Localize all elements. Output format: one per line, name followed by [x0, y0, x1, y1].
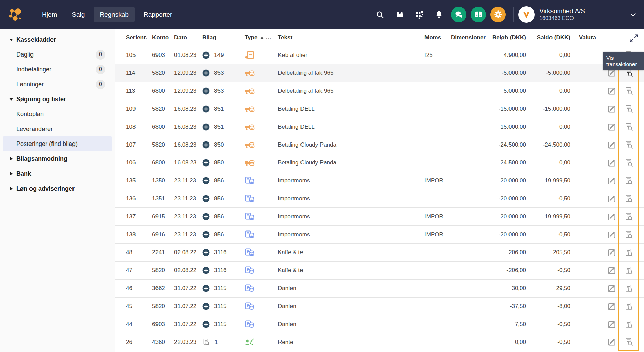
- table-row[interactable]: 44690331.07.223115Danløn7,50-0,50: [115, 315, 644, 333]
- chat-icon[interactable]: [451, 7, 466, 22]
- table-row[interactable]: 113680012.09.23853Delbetaling af fak 965…: [115, 82, 644, 100]
- voucher-search-icon[interactable]: [202, 338, 210, 346]
- edit-icon[interactable]: [607, 176, 616, 185]
- plus-circle-icon[interactable]: [202, 231, 210, 238]
- plus-circle-icon[interactable]: [202, 177, 210, 184]
- table-row[interactable]: 48224102.08.223116Kaffe & te206,00205,50: [115, 243, 644, 261]
- plus-circle-icon[interactable]: [202, 321, 210, 328]
- table-row[interactable]: 136135123.11.23856Importmoms-20.000,00-0…: [115, 190, 644, 207]
- settings-gear-icon[interactable]: [490, 7, 506, 22]
- table-row[interactable]: 26436022.03.231Rente0,00-0,50: [115, 333, 644, 351]
- chevron-collapsed-icon[interactable]: [9, 157, 16, 160]
- nav-item-salg[interactable]: Salg: [66, 7, 91, 22]
- view-transactions-icon[interactable]: [624, 302, 633, 311]
- table-row[interactable]: 105690301.08.23149Køb af olierI254.900,0…: [115, 46, 644, 64]
- column-header-konto[interactable]: Konto: [152, 34, 174, 41]
- table-row[interactable]: 46366231.07.223115Danløn30,0029,50: [115, 279, 644, 297]
- nav-item-regnskab[interactable]: Regnskab: [94, 7, 135, 22]
- plus-circle-icon[interactable]: [202, 285, 210, 292]
- view-transactions-icon[interactable]: [624, 230, 633, 239]
- table-row[interactable]: 47582002.08.223116Kaffe & te-206,00-0,50: [115, 261, 644, 279]
- view-transactions-icon[interactable]: [624, 320, 633, 329]
- view-transactions-icon[interactable]: [624, 140, 633, 150]
- edit-icon[interactable]: [607, 87, 616, 96]
- column-header-saldo[interactable]: Saldo (DKK): [526, 34, 570, 41]
- sidebar-item-posteringer-find-bilag-[interactable]: Posteringer (find bilag): [3, 136, 112, 151]
- column-header-valuta[interactable]: Valuta: [570, 34, 605, 41]
- sidebar-item-bilagsanmodning[interactable]: Bilagsanmodning: [3, 151, 112, 166]
- notifications-bell-icon[interactable]: [431, 7, 447, 22]
- apps-icon[interactable]: [412, 7, 427, 22]
- sidebar-item-leverandører[interactable]: Leverandører: [3, 122, 112, 136]
- plus-circle-icon[interactable]: [202, 141, 210, 149]
- edit-icon[interactable]: [607, 320, 616, 329]
- table-row[interactable]: 106680016.08.23850Betaling Cloudy Panda2…: [115, 154, 644, 172]
- plus-circle-icon[interactable]: [202, 87, 210, 95]
- column-header-tekst[interactable]: Tekst: [278, 34, 424, 41]
- inbox-icon[interactable]: [392, 7, 408, 22]
- view-transactions-icon[interactable]: [624, 248, 633, 257]
- plus-circle-icon[interactable]: [202, 213, 210, 220]
- sidebar-item-kassekladder[interactable]: Kassekladder: [3, 32, 112, 47]
- view-transactions-icon[interactable]: [624, 284, 633, 293]
- edit-icon[interactable]: [607, 302, 616, 311]
- table-row[interactable]: 137691523.11.23856ImportmomsIMPOR20.000,…: [115, 207, 644, 225]
- sidebar-item-daglig[interactable]: Daglig0: [3, 47, 112, 62]
- chevron-collapsed-icon[interactable]: [9, 187, 16, 190]
- view-transactions-icon[interactable]: [624, 194, 633, 203]
- column-header-dim[interactable]: Dimensioner: [451, 34, 485, 41]
- edit-icon[interactable]: [607, 158, 616, 168]
- edit-icon[interactable]: [607, 194, 616, 203]
- edit-icon[interactable]: [607, 212, 616, 221]
- view-transactions-icon[interactable]: [624, 87, 633, 96]
- table-row[interactable]: 109582016.08.23851Betaling DELL-15.000,0…: [115, 100, 644, 118]
- chevron-expanded-icon[interactable]: [9, 96, 16, 102]
- column-header-belob[interactable]: Beløb (DKK): [485, 34, 526, 41]
- sidebar-item-lønninger[interactable]: Lønninger0: [3, 77, 112, 92]
- edit-icon[interactable]: [607, 266, 616, 275]
- table-row[interactable]: 108680016.08.23851Betaling DELL15.000,00…: [115, 118, 644, 136]
- column-header-serienr[interactable]: Serienr.: [126, 34, 152, 41]
- edit-icon[interactable]: [607, 140, 616, 150]
- table-row[interactable]: 114582012.09.23853Delbetaling af fak 965…: [115, 64, 644, 82]
- view-transactions-icon[interactable]: [624, 123, 633, 132]
- view-transactions-icon[interactable]: [624, 266, 633, 275]
- plus-circle-icon[interactable]: [202, 51, 210, 59]
- edit-icon[interactable]: [607, 230, 616, 239]
- plus-circle-icon[interactable]: [202, 159, 210, 167]
- edit-icon[interactable]: [607, 248, 616, 257]
- account-menu[interactable]: Virksomhed A/S 1603463 ECO: [518, 6, 644, 23]
- nav-item-hjem[interactable]: Hjem: [36, 7, 63, 22]
- edit-icon[interactable]: [607, 105, 616, 114]
- edit-icon[interactable]: [607, 123, 616, 132]
- nav-item-rapporter[interactable]: Rapporter: [138, 7, 179, 22]
- app-logo-icon[interactable]: [8, 7, 22, 22]
- view-transactions-icon[interactable]: [624, 176, 633, 185]
- view-transactions-icon[interactable]: [624, 158, 633, 168]
- plus-circle-icon[interactable]: [202, 303, 210, 310]
- plus-circle-icon[interactable]: [202, 123, 210, 131]
- sidebar-item-indbetalinger[interactable]: Indbetalinger0: [3, 62, 112, 77]
- chevron-down-icon[interactable]: [629, 10, 637, 19]
- view-transactions-icon[interactable]: [624, 105, 633, 114]
- sidebar-item-kontoplan[interactable]: Kontoplan: [3, 107, 112, 122]
- table-row[interactable]: 138691623.11.23856ImportmomsIMPOR-20.000…: [115, 225, 644, 243]
- table-row[interactable]: 107582016.08.23850Betaling Cloudy Panda-…: [115, 136, 644, 154]
- chevron-collapsed-icon[interactable]: [9, 172, 16, 175]
- sidebar-item-søgning-og-lister[interactable]: Søgning og lister: [3, 92, 112, 107]
- plus-circle-icon[interactable]: [202, 195, 210, 202]
- table-row[interactable]: 45582031.07.223115Danløn-37,50-8,00: [115, 297, 644, 315]
- sidebar-item-løn-og-adviseringer[interactable]: Løn og adviseringer: [3, 181, 112, 196]
- plus-circle-icon[interactable]: [202, 267, 210, 274]
- view-transactions-icon[interactable]: [624, 337, 633, 347]
- column-header-moms[interactable]: Moms: [424, 34, 451, 41]
- plus-circle-icon[interactable]: [202, 69, 210, 77]
- table-row[interactable]: 135135023.11.23856ImportmomsIMPOR20.000,…: [115, 172, 644, 190]
- column-menu-icon[interactable]: ...: [266, 34, 271, 41]
- plus-circle-icon[interactable]: [202, 105, 210, 113]
- edit-icon[interactable]: [607, 337, 616, 347]
- column-header-bilag[interactable]: Bilag: [202, 34, 245, 41]
- search-icon[interactable]: [372, 7, 388, 22]
- plus-circle-icon[interactable]: [202, 249, 210, 256]
- sidebar-item-bank[interactable]: Bank: [3, 166, 112, 181]
